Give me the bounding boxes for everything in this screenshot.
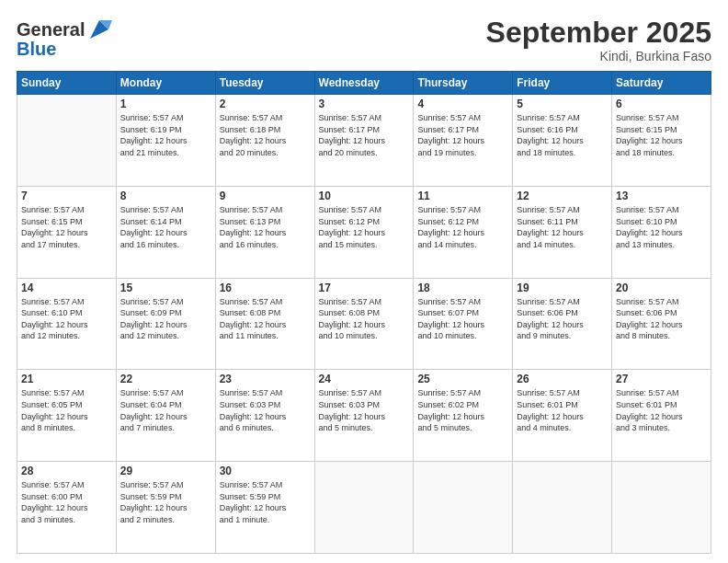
calendar-cell: 28Sunrise: 5:57 AM Sunset: 6:00 PM Dayli… <box>17 462 117 554</box>
day-info: Sunrise: 5:57 AM Sunset: 6:01 PM Dayligh… <box>616 387 707 433</box>
day-header-friday: Friday <box>513 72 612 95</box>
calendar-cell: 6Sunrise: 5:57 AM Sunset: 6:15 PM Daylig… <box>612 95 711 187</box>
day-header-sunday: Sunday <box>17 72 117 95</box>
logo-blue: Blue <box>17 39 56 59</box>
day-info: Sunrise: 5:57 AM Sunset: 6:03 PM Dayligh… <box>220 387 311 433</box>
calendar-cell: 2Sunrise: 5:57 AM Sunset: 6:18 PM Daylig… <box>215 95 314 187</box>
page: General Blue September 2025 Kindi, Burki… <box>0 0 728 563</box>
day-number: 20 <box>616 282 707 294</box>
day-number: 16 <box>220 282 311 294</box>
day-info: Sunrise: 5:57 AM Sunset: 6:01 PM Dayligh… <box>517 387 608 433</box>
day-number: 17 <box>319 282 410 294</box>
calendar-cell: 23Sunrise: 5:57 AM Sunset: 6:03 PM Dayli… <box>215 370 314 462</box>
day-info: Sunrise: 5:57 AM Sunset: 6:06 PM Dayligh… <box>616 296 707 342</box>
calendar-cell: 21Sunrise: 5:57 AM Sunset: 6:05 PM Dayli… <box>17 370 117 462</box>
calendar-cell <box>314 462 414 554</box>
calendar-cell: 22Sunrise: 5:57 AM Sunset: 6:04 PM Dayli… <box>116 370 215 462</box>
calendar-cell: 1Sunrise: 5:57 AM Sunset: 6:19 PM Daylig… <box>116 95 215 187</box>
day-number: 2 <box>220 98 311 110</box>
day-info: Sunrise: 5:57 AM Sunset: 6:02 PM Dayligh… <box>417 387 508 433</box>
calendar-cell: 27Sunrise: 5:57 AM Sunset: 6:01 PM Dayli… <box>612 370 711 462</box>
day-info: Sunrise: 5:57 AM Sunset: 6:10 PM Dayligh… <box>21 296 112 342</box>
day-info: Sunrise: 5:57 AM Sunset: 6:15 PM Dayligh… <box>616 112 707 158</box>
logo-general: General <box>17 19 85 40</box>
day-info: Sunrise: 5:57 AM Sunset: 6:10 PM Dayligh… <box>616 204 707 250</box>
day-info: Sunrise: 5:57 AM Sunset: 5:59 PM Dayligh… <box>120 479 211 525</box>
day-info: Sunrise: 5:57 AM Sunset: 6:18 PM Dayligh… <box>220 112 311 158</box>
day-number: 10 <box>319 190 410 202</box>
calendar-cell: 30Sunrise: 5:57 AM Sunset: 5:59 PM Dayli… <box>215 462 314 554</box>
day-number: 26 <box>517 373 608 385</box>
day-info: Sunrise: 5:57 AM Sunset: 6:09 PM Dayligh… <box>120 296 211 342</box>
day-info: Sunrise: 5:57 AM Sunset: 6:08 PM Dayligh… <box>220 296 311 342</box>
calendar-cell: 19Sunrise: 5:57 AM Sunset: 6:06 PM Dayli… <box>513 278 612 370</box>
day-info: Sunrise: 5:57 AM Sunset: 6:17 PM Dayligh… <box>319 112 410 158</box>
day-number: 1 <box>120 98 211 110</box>
day-info: Sunrise: 5:57 AM Sunset: 5:59 PM Dayligh… <box>220 479 311 525</box>
calendar-week-3: 14Sunrise: 5:57 AM Sunset: 6:10 PM Dayli… <box>17 278 711 370</box>
calendar-cell: 13Sunrise: 5:57 AM Sunset: 6:10 PM Dayli… <box>612 186 711 278</box>
calendar-cell: 26Sunrise: 5:57 AM Sunset: 6:01 PM Dayli… <box>513 370 612 462</box>
calendar-cell <box>612 462 711 554</box>
day-number: 18 <box>417 282 508 294</box>
day-number: 8 <box>120 190 211 202</box>
day-number: 21 <box>21 373 112 385</box>
calendar-cell: 4Sunrise: 5:57 AM Sunset: 6:17 PM Daylig… <box>414 95 513 187</box>
day-info: Sunrise: 5:57 AM Sunset: 6:16 PM Dayligh… <box>517 112 608 158</box>
day-info: Sunrise: 5:57 AM Sunset: 6:06 PM Dayligh… <box>517 296 608 342</box>
header: General Blue September 2025 Kindi, Burki… <box>17 17 711 63</box>
day-number: 9 <box>220 190 311 202</box>
calendar-week-4: 21Sunrise: 5:57 AM Sunset: 6:05 PM Dayli… <box>17 370 711 462</box>
calendar-cell: 25Sunrise: 5:57 AM Sunset: 6:02 PM Dayli… <box>414 370 513 462</box>
day-number: 28 <box>21 465 112 477</box>
day-number: 24 <box>319 373 410 385</box>
day-info: Sunrise: 5:57 AM Sunset: 6:03 PM Dayligh… <box>319 387 410 433</box>
day-number: 5 <box>517 98 608 110</box>
day-number: 15 <box>120 282 211 294</box>
calendar-table: SundayMondayTuesdayWednesdayThursdayFrid… <box>17 71 711 554</box>
calendar-cell: 11Sunrise: 5:57 AM Sunset: 6:12 PM Dayli… <box>414 186 513 278</box>
calendar-cell <box>17 95 117 187</box>
calendar-cell: 15Sunrise: 5:57 AM Sunset: 6:09 PM Dayli… <box>116 278 215 370</box>
month-title: September 2025 <box>486 17 711 49</box>
day-number: 30 <box>220 465 311 477</box>
calendar-week-5: 28Sunrise: 5:57 AM Sunset: 6:00 PM Dayli… <box>17 462 711 554</box>
day-number: 19 <box>517 282 608 294</box>
day-header-tuesday: Tuesday <box>215 72 314 95</box>
day-number: 25 <box>417 373 508 385</box>
day-info: Sunrise: 5:57 AM Sunset: 6:07 PM Dayligh… <box>417 296 508 342</box>
day-number: 23 <box>220 373 311 385</box>
day-info: Sunrise: 5:57 AM Sunset: 6:08 PM Dayligh… <box>319 296 410 342</box>
calendar-cell: 7Sunrise: 5:57 AM Sunset: 6:15 PM Daylig… <box>17 186 117 278</box>
day-info: Sunrise: 5:57 AM Sunset: 6:19 PM Dayligh… <box>120 112 211 158</box>
day-header-saturday: Saturday <box>612 72 711 95</box>
day-info: Sunrise: 5:57 AM Sunset: 6:15 PM Dayligh… <box>21 204 112 250</box>
location: Kindi, Burkina Faso <box>486 49 711 63</box>
day-number: 3 <box>319 98 410 110</box>
day-header-thursday: Thursday <box>414 72 513 95</box>
day-number: 14 <box>21 282 112 294</box>
calendar-cell <box>414 462 513 554</box>
day-info: Sunrise: 5:57 AM Sunset: 6:11 PM Dayligh… <box>517 204 608 250</box>
calendar-cell: 29Sunrise: 5:57 AM Sunset: 5:59 PM Dayli… <box>116 462 215 554</box>
calendar-cell: 16Sunrise: 5:57 AM Sunset: 6:08 PM Dayli… <box>215 278 314 370</box>
calendar-cell: 8Sunrise: 5:57 AM Sunset: 6:14 PM Daylig… <box>116 186 215 278</box>
day-number: 29 <box>120 465 211 477</box>
logo-text: General <box>17 19 85 40</box>
day-number: 13 <box>616 190 707 202</box>
calendar-cell: 24Sunrise: 5:57 AM Sunset: 6:03 PM Dayli… <box>314 370 414 462</box>
day-number: 27 <box>616 373 707 385</box>
day-info: Sunrise: 5:57 AM Sunset: 6:17 PM Dayligh… <box>417 112 508 158</box>
calendar-cell: 10Sunrise: 5:57 AM Sunset: 6:12 PM Dayli… <box>314 186 414 278</box>
day-number: 22 <box>120 373 211 385</box>
calendar-cell: 18Sunrise: 5:57 AM Sunset: 6:07 PM Dayli… <box>414 278 513 370</box>
day-info: Sunrise: 5:57 AM Sunset: 6:13 PM Dayligh… <box>220 204 311 250</box>
day-info: Sunrise: 5:57 AM Sunset: 6:05 PM Dayligh… <box>21 387 112 433</box>
day-number: 4 <box>417 98 508 110</box>
day-header-monday: Monday <box>116 72 215 95</box>
calendar-cell: 3Sunrise: 5:57 AM Sunset: 6:17 PM Daylig… <box>314 95 414 187</box>
day-number: 7 <box>21 190 112 202</box>
calendar-header-row: SundayMondayTuesdayWednesdayThursdayFrid… <box>17 72 711 95</box>
day-info: Sunrise: 5:57 AM Sunset: 6:12 PM Dayligh… <box>417 204 508 250</box>
calendar-cell <box>513 462 612 554</box>
